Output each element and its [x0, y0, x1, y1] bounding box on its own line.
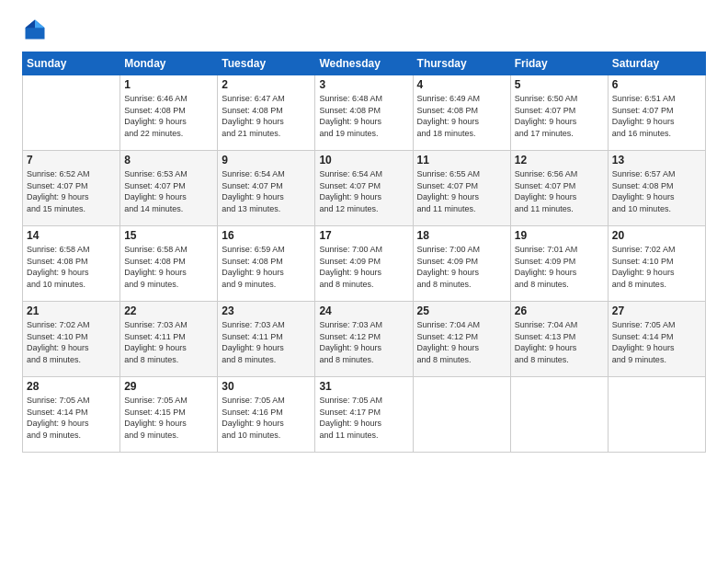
day-number: 16 [222, 229, 311, 242]
day-number: 5 [515, 78, 604, 91]
day-number: 3 [319, 78, 408, 91]
calendar-cell: 12Sunrise: 6:56 AM Sunset: 4:07 PM Dayli… [510, 151, 608, 226]
calendar-cell: 19Sunrise: 7:01 AM Sunset: 4:09 PM Dayli… [510, 226, 608, 302]
calendar-table: SundayMondayTuesdayWednesdayThursdayFrid… [22, 52, 706, 453]
calendar-cell: 1Sunrise: 6:46 AM Sunset: 4:08 PM Daylig… [120, 75, 218, 151]
day-info: Sunrise: 6:56 AM Sunset: 4:07 PM Dayligh… [515, 168, 604, 214]
day-number: 10 [319, 154, 408, 167]
day-number: 31 [319, 380, 408, 393]
day-number: 26 [515, 304, 604, 317]
day-info: Sunrise: 7:02 AM Sunset: 4:10 PM Dayligh… [27, 319, 116, 365]
day-header-saturday: Saturday [608, 52, 705, 75]
day-header-monday: Monday [120, 52, 218, 75]
calendar-cell [413, 377, 510, 453]
day-info: Sunrise: 6:59 AM Sunset: 4:08 PM Dayligh… [222, 244, 311, 290]
day-info: Sunrise: 7:05 AM Sunset: 4:17 PM Dayligh… [319, 395, 408, 441]
day-info: Sunrise: 6:50 AM Sunset: 4:07 PM Dayligh… [515, 93, 604, 139]
calendar-cell [608, 377, 705, 453]
day-info: Sunrise: 6:48 AM Sunset: 4:08 PM Dayligh… [319, 93, 408, 139]
day-number: 12 [515, 154, 604, 167]
day-header-wednesday: Wednesday [315, 52, 413, 75]
week-row-3: 21Sunrise: 7:02 AM Sunset: 4:10 PM Dayli… [23, 302, 706, 377]
day-info: Sunrise: 7:03 AM Sunset: 4:11 PM Dayligh… [222, 319, 311, 365]
day-number: 24 [319, 304, 408, 317]
calendar-cell: 17Sunrise: 7:00 AM Sunset: 4:09 PM Dayli… [315, 226, 413, 302]
day-number: 11 [417, 154, 506, 167]
day-number: 15 [124, 229, 213, 242]
day-info: Sunrise: 7:00 AM Sunset: 4:09 PM Dayligh… [417, 244, 506, 290]
day-info: Sunrise: 6:57 AM Sunset: 4:08 PM Dayligh… [612, 168, 701, 214]
day-header-tuesday: Tuesday [218, 52, 315, 75]
day-number: 13 [612, 154, 701, 167]
calendar-cell: 13Sunrise: 6:57 AM Sunset: 4:08 PM Dayli… [608, 151, 705, 226]
calendar-cell: 3Sunrise: 6:48 AM Sunset: 4:08 PM Daylig… [315, 75, 413, 151]
calendar-cell: 31Sunrise: 7:05 AM Sunset: 4:17 PM Dayli… [315, 377, 413, 453]
day-header-thursday: Thursday [413, 52, 510, 75]
day-info: Sunrise: 6:46 AM Sunset: 4:08 PM Dayligh… [124, 93, 213, 139]
calendar-cell: 8Sunrise: 6:53 AM Sunset: 4:07 PM Daylig… [120, 151, 218, 226]
day-number: 8 [124, 154, 213, 167]
week-row-2: 14Sunrise: 6:58 AM Sunset: 4:08 PM Dayli… [23, 226, 706, 302]
day-info: Sunrise: 7:03 AM Sunset: 4:12 PM Dayligh… [319, 319, 408, 365]
calendar-cell: 5Sunrise: 6:50 AM Sunset: 4:07 PM Daylig… [510, 75, 608, 151]
calendar-cell: 15Sunrise: 6:58 AM Sunset: 4:08 PM Dayli… [120, 226, 218, 302]
day-info: Sunrise: 7:04 AM Sunset: 4:13 PM Dayligh… [515, 319, 604, 365]
calendar-cell: 27Sunrise: 7:05 AM Sunset: 4:14 PM Dayli… [608, 302, 705, 377]
day-number: 4 [417, 78, 506, 91]
day-info: Sunrise: 6:53 AM Sunset: 4:07 PM Dayligh… [124, 168, 213, 214]
day-info: Sunrise: 6:52 AM Sunset: 4:07 PM Dayligh… [27, 168, 116, 214]
day-number: 22 [124, 304, 213, 317]
calendar-cell: 29Sunrise: 7:05 AM Sunset: 4:15 PM Dayli… [120, 377, 218, 453]
calendar-cell: 7Sunrise: 6:52 AM Sunset: 4:07 PM Daylig… [23, 151, 120, 226]
calendar-cell: 6Sunrise: 6:51 AM Sunset: 4:07 PM Daylig… [608, 75, 705, 151]
day-number: 14 [27, 229, 116, 242]
calendar-cell: 2Sunrise: 6:47 AM Sunset: 4:08 PM Daylig… [218, 75, 315, 151]
calendar-cell: 25Sunrise: 7:04 AM Sunset: 4:12 PM Dayli… [413, 302, 510, 377]
day-number: 20 [612, 229, 701, 242]
day-info: Sunrise: 6:55 AM Sunset: 4:07 PM Dayligh… [417, 168, 506, 214]
logo [22, 17, 51, 42]
day-info: Sunrise: 7:01 AM Sunset: 4:09 PM Dayligh… [515, 244, 604, 290]
day-number: 19 [515, 229, 604, 242]
day-number: 18 [417, 229, 506, 242]
calendar-cell: 4Sunrise: 6:49 AM Sunset: 4:08 PM Daylig… [413, 75, 510, 151]
day-number: 25 [417, 304, 506, 317]
page: SundayMondayTuesdayWednesdayThursdayFrid… [0, 0, 728, 563]
day-info: Sunrise: 6:58 AM Sunset: 4:08 PM Dayligh… [27, 244, 116, 290]
week-row-0: 1Sunrise: 6:46 AM Sunset: 4:08 PM Daylig… [23, 75, 706, 151]
day-info: Sunrise: 7:05 AM Sunset: 4:16 PM Dayligh… [222, 395, 311, 441]
calendar-cell: 18Sunrise: 7:00 AM Sunset: 4:09 PM Dayli… [413, 226, 510, 302]
calendar-cell: 14Sunrise: 6:58 AM Sunset: 4:08 PM Dayli… [23, 226, 120, 302]
day-info: Sunrise: 7:05 AM Sunset: 4:14 PM Dayligh… [27, 395, 116, 441]
day-number: 9 [222, 154, 311, 167]
calendar-cell: 9Sunrise: 6:54 AM Sunset: 4:07 PM Daylig… [218, 151, 315, 226]
calendar-cell: 22Sunrise: 7:03 AM Sunset: 4:11 PM Dayli… [120, 302, 218, 377]
day-info: Sunrise: 6:51 AM Sunset: 4:07 PM Dayligh… [612, 93, 701, 139]
day-info: Sunrise: 6:54 AM Sunset: 4:07 PM Dayligh… [222, 168, 311, 214]
calendar-cell: 24Sunrise: 7:03 AM Sunset: 4:12 PM Dayli… [315, 302, 413, 377]
day-number: 29 [124, 380, 213, 393]
day-info: Sunrise: 6:54 AM Sunset: 4:07 PM Dayligh… [319, 168, 408, 214]
day-number: 23 [222, 304, 311, 317]
week-row-1: 7Sunrise: 6:52 AM Sunset: 4:07 PM Daylig… [23, 151, 706, 226]
day-info: Sunrise: 7:02 AM Sunset: 4:10 PM Dayligh… [612, 244, 701, 290]
calendar-cell: 20Sunrise: 7:02 AM Sunset: 4:10 PM Dayli… [608, 226, 705, 302]
svg-marker-1 [35, 20, 45, 29]
calendar-cell [510, 377, 608, 453]
calendar-cell: 16Sunrise: 6:59 AM Sunset: 4:08 PM Dayli… [218, 226, 315, 302]
day-number: 27 [612, 304, 701, 317]
day-header-friday: Friday [510, 52, 608, 75]
day-info: Sunrise: 7:03 AM Sunset: 4:11 PM Dayligh… [124, 319, 213, 365]
week-row-4: 28Sunrise: 7:05 AM Sunset: 4:14 PM Dayli… [23, 377, 706, 453]
day-header-sunday: Sunday [23, 52, 120, 75]
day-info: Sunrise: 7:05 AM Sunset: 4:14 PM Dayligh… [612, 319, 701, 365]
calendar-cell: 26Sunrise: 7:04 AM Sunset: 4:13 PM Dayli… [510, 302, 608, 377]
calendar-cell: 21Sunrise: 7:02 AM Sunset: 4:10 PM Dayli… [23, 302, 120, 377]
day-number: 2 [222, 78, 311, 91]
calendar-cell: 11Sunrise: 6:55 AM Sunset: 4:07 PM Dayli… [413, 151, 510, 226]
calendar-cell: 28Sunrise: 7:05 AM Sunset: 4:14 PM Dayli… [23, 377, 120, 453]
day-info: Sunrise: 7:04 AM Sunset: 4:12 PM Dayligh… [417, 319, 506, 365]
calendar-cell: 23Sunrise: 7:03 AM Sunset: 4:11 PM Dayli… [218, 302, 315, 377]
calendar-cell: 30Sunrise: 7:05 AM Sunset: 4:16 PM Dayli… [218, 377, 315, 453]
logo-icon [22, 17, 48, 42]
